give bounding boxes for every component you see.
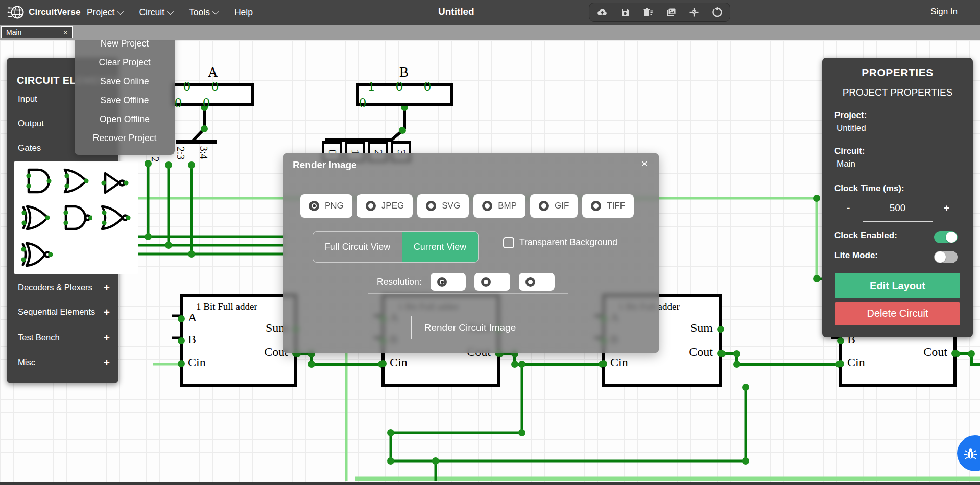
clear-icon[interactable] xyxy=(642,7,654,18)
format-options: PNGJPEGSVGBMPGIFTIFF xyxy=(300,194,634,218)
render-image-dialog: Render Image × PNGJPEGSVGBMPGIFTIFF Full… xyxy=(283,153,659,353)
nor-gate-icon[interactable] xyxy=(97,203,131,235)
transparent-background-checkbox[interactable] xyxy=(503,237,514,248)
menu-bar: ProjectCircuitToolsHelp xyxy=(87,0,253,25)
port-node[interactable] xyxy=(379,360,387,367)
menu-help[interactable]: Help xyxy=(234,7,253,18)
resolution-option-label: 1x xyxy=(451,278,460,287)
tab-close-icon[interactable]: × xyxy=(63,29,67,36)
property-value-input[interactable]: Untitled xyxy=(836,123,866,133)
restore-icon[interactable] xyxy=(711,7,723,18)
navbar: CircuitVerse ProjectCircuitToolsHelp Unt… xyxy=(0,0,980,25)
sign-in-link[interactable]: Sign In xyxy=(930,7,958,17)
format-option-png[interactable]: PNG xyxy=(300,194,352,218)
port-node[interactable] xyxy=(717,326,724,333)
sidebar-item-gates[interactable]: Gates xyxy=(18,143,41,153)
and-gate-icon[interactable] xyxy=(20,166,54,198)
quick-toolbar xyxy=(589,3,730,22)
clock-underline xyxy=(863,221,933,222)
bug-icon xyxy=(964,447,977,460)
view-button-full-circuit-view[interactable]: Full Circuit View xyxy=(313,232,402,262)
menu-item-recover-project[interactable]: Recover Project xyxy=(75,129,175,148)
menu-item-open-offline[interactable]: Open Offline xyxy=(75,110,175,129)
render-circuit-image-button[interactable]: Render Circuit Image xyxy=(411,316,529,339)
resolution-option-2x[interactable]: 2x xyxy=(474,273,510,291)
port-label-a: A xyxy=(188,311,197,325)
menu-project[interactable]: Project xyxy=(87,7,123,18)
circuit-tab-bar: Main × xyxy=(0,25,980,40)
property-value-input[interactable]: Main xyxy=(836,159,855,169)
input-a-bits[interactable]: 0 0 0 0 xyxy=(172,83,254,106)
sidebar-item-input[interactable]: Input xyxy=(18,94,37,104)
input-b-bits[interactable]: 1 0 0 0 xyxy=(356,83,453,106)
expand-plus-icon[interactable]: + xyxy=(104,332,110,344)
xor-gate-icon[interactable] xyxy=(19,203,53,235)
toggle-label: Lite Mode: xyxy=(834,250,878,261)
cloud-upload-icon[interactable] xyxy=(596,7,608,18)
toggle-switch-on[interactable] xyxy=(934,231,958,243)
expand-plus-icon[interactable]: + xyxy=(104,306,110,318)
format-option-svg[interactable]: SVG xyxy=(417,194,469,218)
circuitverse-logo-icon[interactable] xyxy=(7,3,27,22)
port-node[interactable] xyxy=(951,350,959,357)
port-node[interactable] xyxy=(178,337,185,344)
sidebar-item-label: Test Bench xyxy=(18,333,60,342)
property-label: Project: xyxy=(834,110,867,121)
port-label-sum: Sum xyxy=(690,321,713,335)
or-gate-icon[interactable] xyxy=(59,166,92,198)
menu-item-save-online[interactable]: Save Online xyxy=(75,72,175,91)
resolution-option-1x[interactable]: 1x xyxy=(431,273,466,291)
menu-tools[interactable]: Tools xyxy=(189,7,218,18)
port-node[interactable] xyxy=(178,315,185,322)
menu-circuit[interactable]: Circuit xyxy=(139,7,173,18)
nand-gate-icon[interactable] xyxy=(59,203,92,235)
sidebar-item-label: Sequential Elements xyxy=(18,307,95,317)
image-export-icon[interactable] xyxy=(665,7,677,18)
port-node[interactable] xyxy=(837,360,844,367)
edit-layout-button[interactable]: Edit Layout xyxy=(835,273,960,298)
radio-icon xyxy=(482,201,492,211)
menu-label: Project xyxy=(87,7,114,18)
radio-icon xyxy=(481,277,491,287)
clock-time-label: Clock Time (ms): xyxy=(834,183,904,194)
bottom-edge-bar xyxy=(0,482,980,485)
format-option-tiff[interactable]: TIFF xyxy=(582,194,634,218)
xnor-gate-icon[interactable] xyxy=(19,240,53,271)
menu-label: Circuit xyxy=(139,7,164,18)
menu-item-save-offline[interactable]: Save Offline xyxy=(75,91,175,110)
radio-icon xyxy=(426,201,436,211)
port-label-cin: Cin xyxy=(390,356,408,369)
clock-time-value[interactable]: 500 xyxy=(822,202,973,214)
resolution-option-label: 4x xyxy=(539,278,548,287)
adder-title: 1 Bit Full adder xyxy=(196,301,257,312)
toggle-switch-off[interactable] xyxy=(934,251,958,263)
menu-label: Help xyxy=(234,7,253,18)
port-node[interactable] xyxy=(178,360,185,367)
full-adder-1[interactable]: 1 Bit Full adderABCinSumCout xyxy=(180,294,297,387)
format-option-jpeg[interactable]: JPEG xyxy=(357,194,413,218)
not-gate-icon[interactable] xyxy=(97,168,131,200)
port-node[interactable] xyxy=(717,350,724,357)
format-option-gif[interactable]: GIF xyxy=(530,194,578,218)
port-node[interactable] xyxy=(837,337,844,344)
format-label: JPEG xyxy=(381,201,404,211)
port-label-b: B xyxy=(188,333,196,347)
radio-icon xyxy=(366,201,376,211)
menu-item-clear-project[interactable]: Clear Project xyxy=(75,53,175,72)
tab-main[interactable]: Main × xyxy=(1,26,73,38)
dialog-close-icon[interactable]: × xyxy=(641,157,648,170)
port-node[interactable] xyxy=(600,360,607,367)
fit-screen-icon[interactable] xyxy=(688,7,700,18)
dialog-title: Render Image xyxy=(293,159,357,171)
delete-circuit-button[interactable]: Delete Circuit xyxy=(835,302,960,325)
clock-increment-button[interactable]: + xyxy=(944,202,949,214)
format-option-bmp[interactable]: BMP xyxy=(473,194,525,218)
sidebar-item-output[interactable]: Output xyxy=(18,119,44,129)
resolution-option-4x[interactable]: 4x xyxy=(519,273,555,291)
expand-plus-icon[interactable]: + xyxy=(104,282,110,294)
save-icon[interactable] xyxy=(619,7,631,18)
view-button-current-view[interactable]: Current View xyxy=(402,232,478,262)
expand-plus-icon[interactable]: + xyxy=(104,357,110,369)
project-title[interactable]: Untitled xyxy=(438,6,474,17)
port-label-cin: Cin xyxy=(847,356,865,369)
